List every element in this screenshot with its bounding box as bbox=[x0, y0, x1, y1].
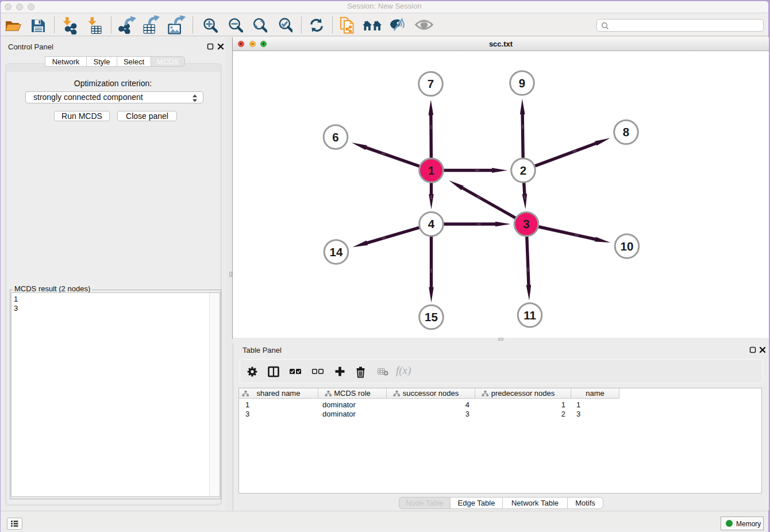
svg-text:6: 6 bbox=[332, 131, 338, 144]
svg-text:2: 2 bbox=[520, 164, 526, 178]
svg-text:11: 11 bbox=[523, 309, 536, 322]
svg-text:15: 15 bbox=[425, 311, 438, 324]
svg-text:3: 3 bbox=[523, 218, 529, 231]
svg-text:9: 9 bbox=[519, 77, 525, 90]
svg-text:10: 10 bbox=[621, 240, 634, 253]
svg-text:14: 14 bbox=[330, 246, 343, 259]
svg-text:4: 4 bbox=[428, 218, 435, 231]
svg-text:7: 7 bbox=[428, 78, 434, 91]
svg-text:1: 1 bbox=[428, 164, 434, 178]
svg-text:8: 8 bbox=[623, 126, 629, 139]
